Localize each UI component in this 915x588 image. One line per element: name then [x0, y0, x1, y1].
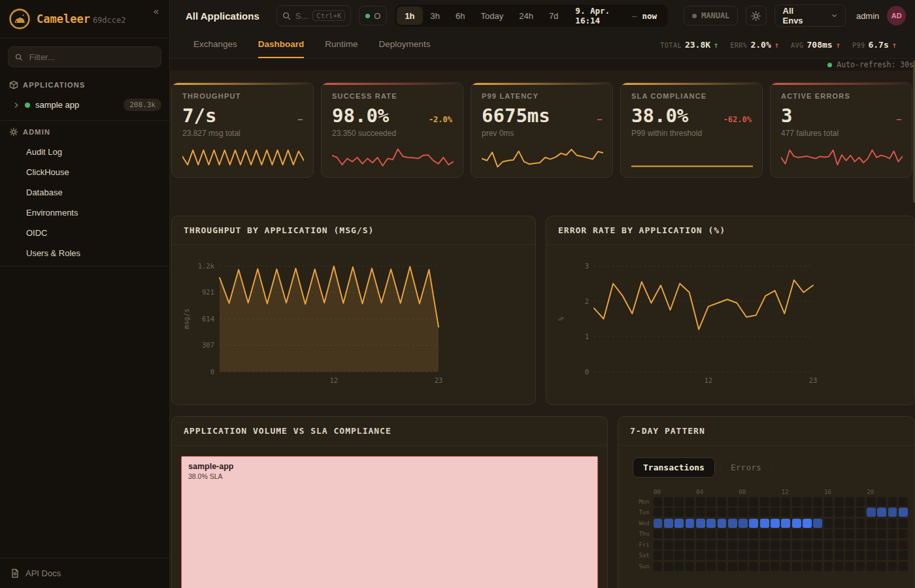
sidebar-item-users-roles[interactable]: Users & Roles: [0, 243, 169, 263]
heatmap-cell[interactable]: [728, 551, 737, 560]
heatmap-cell[interactable]: [674, 562, 684, 571]
tab-runtime[interactable]: Runtime: [325, 31, 358, 58]
time-range-today[interactable]: Today: [473, 7, 511, 25]
heatmap-cell[interactable]: [760, 540, 769, 549]
heatmap-cell[interactable]: [707, 497, 716, 506]
heatmap-cell[interactable]: [845, 519, 854, 528]
error-rate-chart[interactable]: 01231223%: [552, 250, 910, 399]
heatmap-cell[interactable]: [824, 497, 833, 506]
sidebar-item-sample-app[interactable]: sample app 208.3k: [0, 95, 169, 118]
heatmap-cell[interactable]: [867, 562, 876, 571]
heatmap-cell[interactable]: [813, 529, 822, 538]
heatmap-cell[interactable]: [792, 562, 801, 571]
toggle-transactions[interactable]: Transactions: [633, 457, 715, 478]
kpi-card-success-rate[interactable]: SUCCESS RATE 98.0% -2.0% 23.350 succeede…: [321, 82, 463, 178]
heatmap-cell[interactable]: [686, 562, 695, 571]
heatmap-cell[interactable]: [835, 529, 844, 538]
heatmap-cell[interactable]: [845, 540, 854, 549]
heatmap-cell[interactable]: [771, 562, 780, 571]
heatmap-cell[interactable]: [888, 540, 897, 549]
heatmap-cell[interactable]: [792, 551, 801, 560]
heatmap-cell[interactable]: [707, 529, 716, 538]
heatmap-cell[interactable]: [888, 519, 897, 528]
heatmap-cell[interactable]: [877, 562, 886, 571]
treemap-node-sample-app[interactable]: sample-app 38.0% SLA: [181, 456, 598, 588]
manual-mode-button[interactable]: MANUAL: [684, 6, 738, 25]
heatmap-cell[interactable]: [749, 540, 758, 549]
heatmap-cell[interactable]: [718, 562, 727, 571]
heatmap-cell[interactable]: [728, 508, 737, 517]
heatmap-cell[interactable]: [696, 551, 705, 560]
sidebar-item-audit-log[interactable]: Audit Log: [0, 142, 169, 162]
heatmap-cell[interactable]: [707, 551, 716, 560]
heatmap-cell[interactable]: [856, 519, 865, 528]
heatmap-cell[interactable]: [824, 508, 833, 517]
heatmap-cell[interactable]: [771, 519, 780, 528]
tab-exchanges[interactable]: Exchanges: [193, 31, 237, 58]
heatmap-cell[interactable]: [867, 519, 876, 528]
avatar[interactable]: AD: [887, 6, 906, 25]
heatmap-cell[interactable]: [654, 562, 663, 571]
heatmap-cell[interactable]: [888, 529, 897, 538]
heatmap-cell[interactable]: [749, 497, 758, 506]
heatmap-cell[interactable]: [813, 497, 822, 506]
heatmap-cell[interactable]: [813, 551, 822, 560]
time-range-3h[interactable]: 3h: [423, 7, 448, 25]
api-docs-link[interactable]: API Docs: [0, 558, 169, 588]
heatmap-cell[interactable]: [877, 540, 886, 549]
filter-input[interactable]: [28, 52, 154, 63]
heatmap-cell[interactable]: [686, 519, 695, 528]
kpi-card-active-errors[interactable]: ACTIVE ERRORS 3 – 477 failures total: [770, 82, 912, 178]
heatmap-cell[interactable]: [856, 540, 865, 549]
theme-toggle-button[interactable]: [746, 6, 766, 25]
sidebar-item-database[interactable]: Database: [0, 182, 169, 203]
heatmap-cell[interactable]: [718, 540, 727, 549]
heatmap-cell[interactable]: [664, 551, 673, 560]
heatmap-cell[interactable]: [899, 508, 908, 517]
heatmap-cell[interactable]: [845, 562, 854, 571]
heatmap-cell[interactable]: [674, 519, 684, 528]
heatmap-cell[interactable]: [664, 540, 673, 549]
heatmap-cell[interactable]: [771, 540, 780, 549]
throughput-chart[interactable]: 03076149211.2k1223msg/s: [177, 250, 535, 399]
heatmap-cell[interactable]: [749, 519, 758, 528]
heatmap-cell[interactable]: [803, 529, 812, 538]
online-status-button[interactable]: O: [359, 6, 387, 25]
heatmap-cell[interactable]: [867, 497, 876, 506]
time-range-7d[interactable]: 7d: [541, 7, 566, 25]
heatmap-cell[interactable]: [674, 497, 684, 506]
env-select[interactable]: All Envs: [774, 5, 846, 27]
kpi-card-p99-latency[interactable]: P99 LATENCY 6675ms – prev 0ms: [471, 82, 613, 178]
heatmap-cell[interactable]: [899, 529, 908, 538]
heatmap-cell[interactable]: [845, 551, 854, 560]
heatmap-cell[interactable]: [856, 529, 865, 538]
heatmap-cell[interactable]: [845, 529, 854, 538]
heatmap-cell[interactable]: [835, 551, 844, 560]
heatmap-cell[interactable]: [792, 497, 801, 506]
heatmap-cell[interactable]: [707, 519, 716, 528]
heatmap-cell[interactable]: [674, 508, 684, 517]
heatmap-cell[interactable]: [792, 540, 801, 549]
heatmap-cell[interactable]: [888, 551, 897, 560]
heatmap-cell[interactable]: [654, 529, 663, 538]
heatmap-cell[interactable]: [674, 529, 684, 538]
heatmap-cell[interactable]: [813, 562, 822, 571]
heatmap-cell[interactable]: [760, 551, 769, 560]
heatmap-cell[interactable]: [792, 529, 801, 538]
heatmap-cell[interactable]: [696, 540, 705, 549]
sidebar-item-oidc[interactable]: OIDC: [0, 223, 169, 243]
heatmap-cell[interactable]: [654, 508, 663, 517]
heatmap-cell[interactable]: [792, 519, 801, 528]
heatmap-cell[interactable]: [654, 519, 663, 528]
heatmap-cell[interactable]: [888, 562, 897, 571]
heatmap-cell[interactable]: [749, 529, 758, 538]
heatmap-cell[interactable]: [739, 551, 748, 560]
heatmap-cell[interactable]: [760, 562, 769, 571]
heatmap-cell[interactable]: [718, 508, 727, 517]
heatmap-cell[interactable]: [707, 508, 716, 517]
heatmap-cell[interactable]: [739, 540, 748, 549]
heatmap-cell[interactable]: [771, 551, 780, 560]
heatmap-cell[interactable]: [856, 551, 865, 560]
heatmap-cell[interactable]: [835, 540, 844, 549]
heatmap-cell[interactable]: [781, 551, 790, 560]
